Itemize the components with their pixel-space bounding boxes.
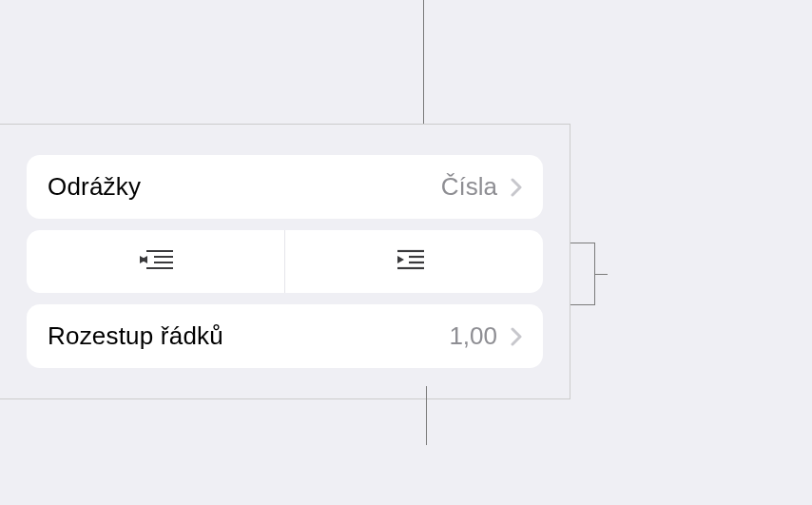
chevron-right-icon <box>511 178 522 197</box>
line-spacing-value: 1,00 <box>449 321 497 351</box>
line-spacing-label: Rozestup řádků <box>48 321 223 351</box>
bullets-value-wrap: Čísla <box>441 172 522 202</box>
line-spacing-row[interactable]: Rozestup řádků 1,00 <box>27 304 543 368</box>
bullets-label: Odrážky <box>48 172 141 202</box>
line-spacing-group: Rozestup řádků 1,00 <box>27 304 543 368</box>
outdent-button[interactable] <box>27 230 285 293</box>
indent-group <box>27 230 543 293</box>
bullets-row[interactable]: Odrážky Čísla <box>27 155 543 219</box>
bullets-group: Odrážky Čísla <box>27 155 543 219</box>
line-spacing-value-wrap: 1,00 <box>449 321 522 351</box>
svg-marker-10 <box>397 256 404 263</box>
indent-button[interactable] <box>285 230 543 293</box>
bullets-value: Čísla <box>441 172 497 202</box>
chevron-right-icon <box>511 327 522 346</box>
callout-bracket-right <box>570 243 595 305</box>
format-panel: Odrážky Čísla <box>0 124 570 399</box>
callout-line-bottom <box>426 386 427 445</box>
indent-icon <box>396 245 434 278</box>
outdent-icon <box>137 245 175 278</box>
callout-line-top <box>423 0 424 124</box>
